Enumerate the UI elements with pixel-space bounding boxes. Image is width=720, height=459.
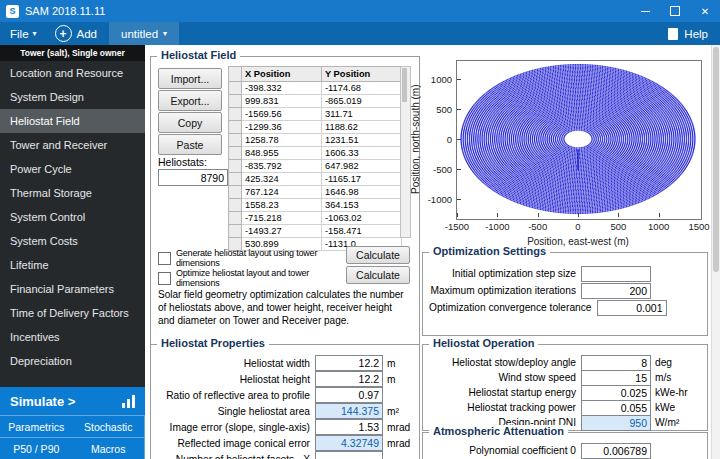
sidebar-nav-item[interactable]: Incentives (0, 325, 145, 349)
sidebar-nav-item[interactable]: Financial Parameters (0, 277, 145, 301)
close-button[interactable]: ✕ (690, 0, 720, 22)
value-input[interactable]: 0.001 (597, 300, 667, 316)
unit-label: m/s (651, 372, 701, 383)
value-input[interactable]: 0.006789 (581, 443, 651, 459)
value-input[interactable]: 0.025 (581, 385, 651, 401)
simulate-action-button[interactable]: Stochastic (73, 415, 146, 437)
cell-x-position[interactable]: -1569.56 (242, 108, 322, 121)
sidebar-nav-item[interactable]: Lifetime (0, 253, 145, 277)
generate-layout-checkbox[interactable] (158, 252, 171, 265)
file-menu[interactable]: File ▾ (0, 22, 47, 45)
group-title-optimization-settings: Optimization Settings (429, 245, 550, 257)
cell-x-position[interactable]: -1493.27 (242, 225, 322, 238)
cell-x-position[interactable]: 1258.78 (242, 134, 322, 147)
help-button[interactable]: Help (668, 28, 720, 40)
sidebar-nav-item[interactable]: Location and Resource (0, 61, 145, 85)
generate-layout-row: Generate heliostat layout using tower di… (158, 248, 343, 268)
value-input[interactable]: 200 (581, 283, 651, 299)
cell-y-position[interactable]: -158.471 (322, 225, 402, 238)
value-input[interactable]: 12.2 (315, 355, 383, 371)
table-row[interactable]: -1493.27 -158.471 (229, 225, 402, 238)
case-tab-untitled[interactable]: untitled ▾ (109, 22, 179, 45)
column-header-x[interactable]: X Position (242, 67, 322, 82)
maximize-button[interactable] (660, 0, 690, 22)
cell-x-position[interactable]: -715.218 (242, 212, 322, 225)
cell-x-position[interactable]: 999.831 (242, 95, 322, 108)
value-input[interactable]: 15 (581, 370, 651, 386)
value-input[interactable]: 8 (581, 355, 651, 371)
value-input[interactable] (315, 451, 383, 459)
sidebar-nav-item[interactable]: System Design (0, 85, 145, 109)
value-input[interactable]: 0.055 (581, 400, 651, 416)
value-input[interactable]: 950 (581, 415, 651, 431)
group-title-heliostat-properties: Heliostat Properties (157, 337, 269, 349)
calculate-generate-button[interactable]: Calculate (346, 246, 410, 264)
column-header-y[interactable]: Y Position (322, 67, 402, 82)
cell-y-position[interactable]: -865.019 (322, 95, 402, 108)
cell-y-position[interactable]: 1188.62 (322, 121, 402, 134)
cell-x-position[interactable]: -1299.36 (242, 121, 322, 134)
export-button[interactable]: Export... (158, 90, 222, 111)
optimize-layout-checkbox[interactable] (158, 272, 171, 285)
cell-x-position[interactable]: -398.332 (242, 82, 322, 95)
cell-y-position[interactable]: -1174.68 (322, 82, 402, 95)
cell-x-position[interactable]: -835.792 (242, 160, 322, 173)
table-scrollbar-thumb[interactable] (402, 68, 407, 102)
form-row: Ratio of reflective area to profile 0.97 (157, 387, 413, 403)
cell-y-position[interactable]: 311.71 (322, 108, 402, 121)
value-input[interactable]: 0.97 (315, 387, 383, 403)
value-input[interactable]: 144.375 (315, 403, 383, 419)
table-row[interactable]: -715.218 -1063.02 (229, 212, 402, 225)
sidebar-nav-item[interactable]: Tower and Receiver (0, 133, 145, 157)
value-input[interactable]: 4.32749 (315, 435, 383, 451)
table-corner (229, 67, 242, 82)
cell-y-position[interactable]: 1646.98 (322, 186, 402, 199)
copy-button[interactable]: Copy (158, 112, 222, 133)
heliostat-properties-group: Heliostat Properties Heliostat width 12.… (150, 344, 420, 459)
table-row[interactable]: 1258.78 1231.51 (229, 134, 402, 147)
cell-y-position[interactable]: -1063.02 (322, 212, 402, 225)
cell-x-position[interactable]: 425.324 (242, 173, 322, 186)
table-row[interactable]: 425.324 -1165.17 (229, 173, 402, 186)
simulate-action-button[interactable]: P50 / P90 (0, 437, 73, 459)
optimization-settings-group: Optimization Settings Initial optimizati… (422, 252, 708, 336)
table-row[interactable]: 999.831 -865.019 (229, 95, 402, 108)
main-scrollbar-thumb[interactable] (713, 47, 719, 272)
cell-y-position[interactable]: 364.153 (322, 199, 402, 212)
simulate-action-button[interactable]: Parametrics (0, 415, 73, 437)
cell-y-position[interactable]: 1606.33 (322, 147, 402, 160)
table-row[interactable]: -835.792 647.982 (229, 160, 402, 173)
value-input[interactable]: 12.2 (315, 371, 383, 387)
import-button[interactable]: Import... (158, 68, 222, 89)
sidebar-nav-item[interactable]: System Costs (0, 229, 145, 253)
sidebar-nav-item[interactable]: Heliostat Field (0, 109, 145, 133)
cell-x-position[interactable]: 848.955 (242, 147, 322, 160)
sidebar-nav-item[interactable]: Depreciation (0, 349, 145, 373)
sidebar-nav-item[interactable]: Time of Delivery Factors (0, 301, 145, 325)
table-row[interactable]: 767.124 1646.98 (229, 186, 402, 199)
value-input[interactable]: 1.53 (315, 419, 383, 435)
heliostats-count-input[interactable]: 8790 (158, 169, 228, 186)
sidebar-nav-item[interactable]: System Control (0, 205, 145, 229)
paste-button[interactable]: Paste (158, 134, 222, 155)
simulate-button[interactable]: Simulate > (0, 387, 145, 415)
table-row[interactable]: -1569.56 311.71 (229, 108, 402, 121)
sidebar-nav-item[interactable]: Power Cycle (0, 157, 145, 181)
table-row[interactable]: -1299.36 1188.62 (229, 121, 402, 134)
cell-y-position[interactable]: 647.982 (322, 160, 402, 173)
cell-y-position[interactable]: 1231.51 (322, 134, 402, 147)
value-input[interactable] (581, 266, 651, 282)
cell-x-position[interactable]: 1558.23 (242, 199, 322, 212)
positions-table-wrap: X Position Y Position -398.332 -1174.68 (228, 66, 411, 238)
add-case-button[interactable]: + Add (47, 22, 105, 45)
cell-x-position[interactable]: 767.124 (242, 186, 322, 199)
table-row[interactable]: 848.955 1606.33 (229, 147, 402, 160)
sidebar-nav-item[interactable]: Thermal Storage (0, 181, 145, 205)
cell-y-position[interactable]: -1165.17 (322, 173, 402, 186)
calculate-optimize-button[interactable]: Calculate (346, 266, 410, 284)
minimize-button[interactable] (630, 0, 660, 22)
main-scrollbar[interactable] (711, 45, 720, 459)
table-row[interactable]: -398.332 -1174.68 (229, 82, 402, 95)
table-row[interactable]: 1558.23 364.153 (229, 199, 402, 212)
simulate-action-button[interactable]: Macros (73, 437, 146, 459)
